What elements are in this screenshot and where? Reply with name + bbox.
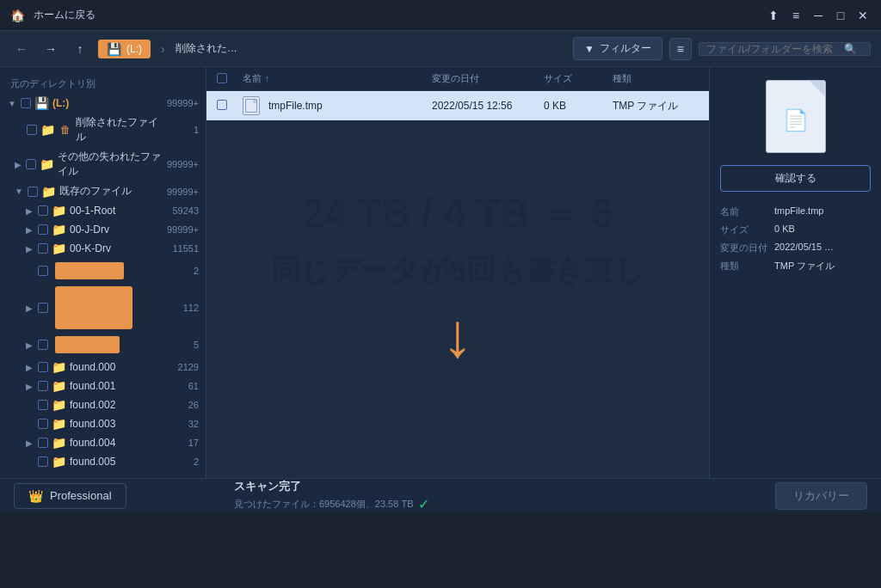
maximize-button[interactable]: □ [833, 8, 848, 23]
folder-found004-icon: 📁 [52, 436, 66, 450]
filter-button[interactable]: ▼ フィルター [573, 37, 662, 60]
search-input[interactable] [706, 43, 844, 55]
lost-files-count: 99999+ [164, 159, 199, 169]
checkbox-00-k[interactable] [38, 243, 48, 254]
found004-count: 17 [164, 438, 199, 448]
sidebar-item-deleted-files[interactable]: 📁 🗑 削除されたファイル 1 [0, 113, 206, 147]
header-name: 名前 ↑ [243, 72, 432, 85]
sidebar-item-root-drive[interactable]: ▼ 💾 (L:) 99999+ [0, 94, 206, 113]
confirm-button[interactable]: 確認する [720, 165, 871, 192]
nav-right-controls: ▼ フィルター ≡ 🔍 [573, 37, 871, 60]
checkbox-r2[interactable] [38, 303, 48, 313]
expand-arrow-00-j: ▶ [24, 224, 34, 235]
sidebar-item-found005[interactable]: 📁 found.005 2 [0, 452, 206, 471]
forward-button[interactable]: → [40, 38, 62, 60]
sidebar-item-redacted-3[interactable]: ▶ 5 [0, 332, 206, 358]
path-separator: › [161, 42, 165, 56]
00-1-root-count: 59243 [164, 205, 199, 216]
search-icon[interactable]: 🔍 [844, 43, 857, 55]
sidebar-item-lost-files[interactable]: ▶ 📁 その他の失われたファイル 99999+ [0, 147, 206, 181]
header-check [217, 73, 243, 85]
found003-count: 32 [164, 419, 199, 429]
checkbox-deleted[interactable] [27, 125, 37, 135]
sidebar-item-00-k-drv[interactable]: ▶ 📁 00-K-Drv 11551 [0, 239, 206, 258]
expand-arrow-f003 [24, 419, 34, 429]
preview-area: 📄 [761, 77, 830, 155]
home-label[interactable]: ホームに戻る [34, 8, 95, 22]
recover-button[interactable]: リカバリー [775, 482, 867, 510]
header-date: 変更の日付 [432, 72, 544, 85]
checkbox-f001[interactable] [38, 381, 48, 391]
select-all-checkbox[interactable] [217, 73, 227, 83]
menu-button[interactable]: ≡ [788, 8, 804, 23]
filter-label: フィルター [600, 41, 651, 56]
checkbox-f005[interactable] [38, 456, 48, 467]
expand-arrow-f000: ▶ [24, 362, 34, 372]
file-date-1: 2022/05/15 12:56 [432, 100, 544, 112]
lost-files-label: その他の失われたファイル [58, 150, 161, 179]
checkbox-r1[interactable] [38, 266, 48, 276]
deleted-files-label: 削除されたファイル [76, 115, 161, 144]
sidebar-section-label: 元のディレクトリ別 [0, 74, 206, 94]
hamburger-button[interactable]: ≡ [669, 38, 692, 60]
header-size: サイズ [544, 72, 613, 85]
found004-label: found.004 [70, 437, 115, 449]
found000-label: found.000 [70, 361, 115, 373]
scan-complete-label: スキャン完了 [234, 479, 775, 494]
sort-arrow-up[interactable]: ↑ [265, 74, 269, 83]
nav-bar: ← → ↑ 💾 (L:) › 削除された… ▼ フィルター ≡ 🔍 [0, 31, 881, 67]
checkbox-root[interactable] [21, 98, 31, 108]
checkbox-r3[interactable] [38, 340, 48, 350]
sidebar-item-found001[interactable]: ▶ 📁 found.001 61 [0, 377, 206, 395]
expand-arrow-00-1: ▶ [24, 205, 34, 216]
pro-button-area: 👑 Professional [14, 483, 220, 509]
folder-00-j-icon: 📁 [52, 223, 66, 236]
sidebar-item-found004[interactable]: ▶ 📁 found.004 17 [0, 433, 206, 452]
main-content: 元のディレクトリ別 ▼ 💾 (L:) 99999+ 📁 🗑 削除されたファイル … [0, 67, 881, 478]
redacted-3-count: 5 [164, 340, 199, 350]
title-bar: 🏠 ホームに戻る ⬆ ≡ ─ □ ✕ [0, 0, 881, 31]
expand-arrow-deleted [14, 125, 23, 135]
sidebar-item-redacted-2[interactable]: ▶ 112 [0, 284, 206, 332]
found002-count: 26 [164, 400, 199, 410]
checkbox-existing[interactable] [28, 187, 38, 197]
checkbox-f002[interactable] [38, 400, 48, 410]
folder-deleted-icon: 📁 [40, 123, 55, 137]
checkbox-f003[interactable] [38, 419, 48, 429]
info-size-value: 0 KB [774, 224, 795, 236]
info-name-value: tmpFile.tmp [774, 205, 823, 218]
redacted-1-count: 2 [164, 266, 199, 276]
expand-arrow-lost: ▶ [14, 159, 22, 169]
back-button[interactable]: ← [10, 38, 33, 60]
sidebar-item-found003[interactable]: 📁 found.003 32 [0, 414, 206, 433]
checkbox-lost[interactable] [26, 159, 36, 169]
close-button[interactable]: ✕ [855, 8, 871, 23]
drive-badge[interactable]: 💾 (L:) [98, 40, 151, 58]
checkbox-00-1[interactable] [38, 205, 48, 216]
table-row[interactable]: tmpFile.tmp 2022/05/15 12:56 0 KB TMP ファ… [206, 91, 709, 121]
sidebar-item-existing-files[interactable]: ▼ 📁 既存のファイル 99999+ [0, 181, 206, 201]
up-button[interactable]: ↑ [69, 38, 91, 60]
checkbox-f004[interactable] [38, 438, 48, 448]
file-checkbox-1[interactable] [217, 100, 227, 110]
share-button[interactable]: ⬆ [766, 8, 781, 23]
file-name-1: tmpFile.tmp [268, 100, 323, 112]
folder-found005-icon: 📁 [52, 455, 66, 469]
sidebar-item-redacted-1[interactable]: 2 [0, 258, 206, 284]
info-row-name: 名前 tmpFile.tmp [720, 205, 871, 218]
found001-label: found.001 [70, 380, 115, 392]
minimize-button[interactable]: ─ [810, 8, 826, 23]
deleted-files-count: 1 [164, 125, 199, 135]
found000-count: 2129 [164, 362, 199, 372]
checkbox-00-j[interactable] [38, 224, 48, 235]
sidebar-item-00-1-root[interactable]: ▶ 📁 00-1-Root 59243 [0, 201, 206, 220]
folder-00-k-icon: 📁 [52, 242, 66, 255]
professional-button[interactable]: 👑 Professional [14, 483, 126, 509]
sidebar-item-found000[interactable]: ▶ 📁 found.000 2129 [0, 358, 206, 377]
found001-count: 61 [164, 381, 199, 391]
checkbox-f000[interactable] [38, 362, 48, 372]
scan-result-info: 見つけたファイル：6956428個、23.58 TB ✓ [234, 496, 775, 512]
right-panel: 📄 確認する 名前 tmpFile.tmp サイズ 0 KB 変更の日付 202… [709, 67, 881, 478]
sidebar-item-00-j-drv[interactable]: ▶ 📁 00-J-Drv 99999+ [0, 220, 206, 239]
sidebar-item-found002[interactable]: 📁 found.002 26 [0, 395, 206, 414]
